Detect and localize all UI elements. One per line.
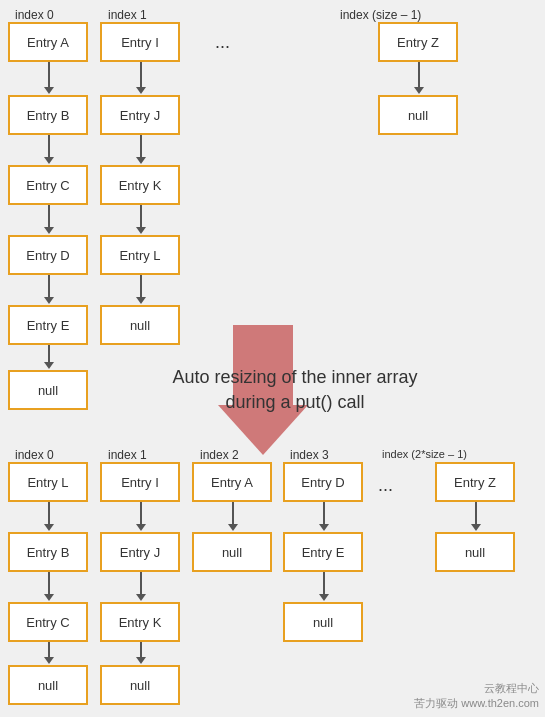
top-index-0: index 0 (15, 8, 54, 22)
arrow-top-2-0 (44, 205, 54, 234)
bot-entry-K: Entry K (100, 602, 180, 642)
arrow-bot-1-0 (44, 572, 54, 601)
top-null-1: null (100, 305, 180, 345)
bot-entry-I: Entry I (100, 462, 180, 502)
arrow-top-2-1 (136, 205, 146, 234)
bot-null-last: null (435, 532, 515, 572)
bot-dots-0: ... (378, 475, 393, 496)
bot-index-2size: index (2*size – 1) (382, 448, 467, 460)
top-entry-I: Entry I (100, 22, 180, 62)
arrow-bot-0-2 (228, 502, 238, 531)
bot-null-2: null (192, 532, 272, 572)
bot-entry-C: Entry C (8, 602, 88, 642)
bot-entry-J: Entry J (100, 532, 180, 572)
top-entry-J: Entry J (100, 95, 180, 135)
arrow-top-3-0 (44, 275, 54, 304)
bot-entry-B: Entry B (8, 532, 88, 572)
arrow-bot-1-1 (136, 572, 146, 601)
bot-entry-D: Entry D (283, 462, 363, 502)
arrow-bot-0-last (471, 502, 481, 531)
bot-null-1: null (100, 665, 180, 705)
watermark: 云教程中心 苦力驱动 www.th2en.com (414, 681, 539, 711)
arrow-top-0-0 (44, 62, 54, 94)
top-index-size: index (size – 1) (340, 8, 421, 22)
arrow-top-0-1 (136, 62, 146, 94)
top-index-1: index 1 (108, 8, 147, 22)
bot-null-3: null (283, 602, 363, 642)
bot-entry-E: Entry E (283, 532, 363, 572)
top-entry-D: Entry D (8, 235, 88, 275)
arrow-bot-0-0 (44, 502, 54, 531)
bot-index-1: index 1 (108, 448, 147, 462)
arrow-bot-1-3 (319, 572, 329, 601)
top-dots-0: ... (215, 32, 230, 53)
bot-index-2: index 2 (200, 448, 239, 462)
arrow-bot-0-3 (319, 502, 329, 531)
top-null-0: null (8, 370, 88, 410)
bot-null-0: null (8, 665, 88, 705)
arrow-top-1-1 (136, 135, 146, 164)
arrow-top-0-last (414, 62, 424, 94)
bot-entry-L: Entry L (8, 462, 88, 502)
bot-index-3: index 3 (290, 448, 329, 462)
auto-resize-label: Auto resizing of the inner array during … (135, 365, 455, 415)
arrow-bot-2-0 (44, 642, 54, 664)
arrow-bot-2-1 (136, 642, 146, 664)
arrow-bot-0-1 (136, 502, 146, 531)
top-entry-K: Entry K (100, 165, 180, 205)
bot-index-0: index 0 (15, 448, 54, 462)
arrow-top-4-0 (44, 345, 54, 369)
arrow-top-1-0 (44, 135, 54, 164)
top-entry-A: Entry A (8, 22, 88, 62)
top-entry-Z: Entry Z (378, 22, 458, 62)
top-null-last: null (378, 95, 458, 135)
diagram: index 0 index 1 index (size – 1) Entry A… (0, 0, 545, 717)
bot-entry-Z: Entry Z (435, 462, 515, 502)
top-entry-C: Entry C (8, 165, 88, 205)
top-entry-E: Entry E (8, 305, 88, 345)
top-entry-L: Entry L (100, 235, 180, 275)
top-entry-B: Entry B (8, 95, 88, 135)
arrow-top-3-1 (136, 275, 146, 304)
bot-entry-A: Entry A (192, 462, 272, 502)
